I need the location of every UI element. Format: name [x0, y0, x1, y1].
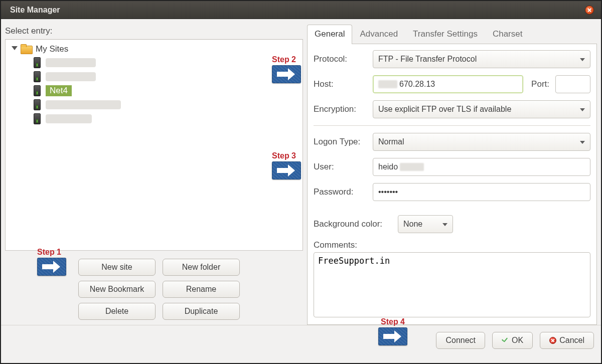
site-entry[interactable]	[6, 112, 303, 126]
server-icon	[34, 113, 41, 124]
ok-button[interactable]: OK	[492, 332, 533, 349]
new-bookmark-button[interactable]: New Bookmark	[78, 281, 156, 298]
bgcolor-label: Background color:	[314, 219, 394, 229]
delete-button[interactable]: Delete	[78, 303, 156, 320]
comments-label: Comments:	[314, 240, 590, 250]
obscured-site-name	[46, 100, 121, 109]
logon-type-select[interactable]: Normal	[373, 133, 590, 151]
protocol-label: Protocol:	[314, 54, 369, 64]
site-entry[interactable]	[6, 98, 303, 112]
chevron-down-icon	[580, 58, 585, 64]
server-icon	[34, 71, 41, 82]
select-entry-label: Select entry:	[5, 26, 303, 36]
tab-transfer[interactable]: Transfer Settings	[405, 25, 485, 44]
folder-icon	[21, 45, 32, 54]
site-tree[interactable]: My Sites Net4	[5, 39, 303, 251]
window-close-button[interactable]	[585, 6, 594, 15]
tab-charset[interactable]: Charset	[485, 25, 530, 44]
selected-site-label: Net4	[46, 85, 72, 96]
annotation-step-4: Step 4	[378, 317, 407, 345]
window-title: Site Manager	[10, 6, 585, 15]
dialog-footer: Step 4 Connect OK Cancel	[1, 325, 601, 355]
password-input[interactable]: •••••••	[373, 183, 590, 201]
server-icon	[34, 85, 41, 96]
settings-tabs: General Advanced Transfer Settings Chars…	[307, 24, 597, 44]
tab-general[interactable]: General	[307, 25, 352, 44]
user-input[interactable]: heido	[373, 158, 590, 176]
site-entry[interactable]	[6, 70, 303, 84]
general-tab-pane: Protocol: FTP - File Transfer Protocol H…	[307, 44, 597, 325]
obscured-site-name	[46, 114, 92, 123]
window-titlebar: Site Manager	[1, 1, 601, 19]
separator	[314, 125, 590, 126]
arrow-right-icon	[378, 327, 407, 345]
server-icon	[34, 57, 41, 68]
new-folder-button[interactable]: New folder	[163, 259, 240, 276]
port-input[interactable]	[555, 75, 590, 93]
user-label: User:	[314, 162, 369, 172]
site-entry[interactable]	[6, 56, 303, 70]
site-entry-selected[interactable]: Net4	[6, 84, 303, 98]
host-input[interactable]: 670.28.13	[373, 75, 523, 93]
encryption-label: Encryption:	[314, 104, 369, 114]
tree-root-row[interactable]: My Sites	[6, 43, 303, 56]
port-label: Port:	[531, 79, 549, 89]
obscured-site-name	[46, 72, 96, 81]
rename-button[interactable]: Rename	[163, 281, 240, 298]
cancel-button[interactable]: Cancel	[540, 332, 594, 349]
chevron-down-icon	[580, 141, 585, 146]
encryption-select[interactable]: Use explicit FTP over TLS if available	[373, 100, 590, 118]
duplicate-button[interactable]: Duplicate	[163, 303, 240, 320]
connect-button[interactable]: Connect	[436, 332, 485, 349]
site-action-buttons: New site New folder New Bookmark Rename …	[5, 254, 303, 325]
tree-root-label: My Sites	[36, 44, 68, 54]
protocol-select[interactable]: FTP - File Transfer Protocol	[373, 50, 590, 68]
server-icon	[34, 99, 41, 110]
comments-textarea[interactable]	[314, 252, 590, 317]
check-icon	[502, 337, 509, 344]
tab-advanced[interactable]: Advanced	[352, 25, 405, 44]
host-label: Host:	[314, 79, 369, 89]
password-label: Password:	[314, 187, 369, 197]
logon-type-label: Logon Type:	[314, 137, 369, 147]
obscured-site-name	[46, 58, 96, 67]
chevron-down-icon[interactable]	[11, 46, 18, 53]
new-site-button[interactable]: New site	[78, 259, 156, 276]
obscured-text	[378, 80, 397, 88]
bgcolor-select[interactable]: None	[398, 215, 453, 233]
chevron-down-icon	[442, 223, 447, 229]
obscured-text	[400, 163, 424, 171]
chevron-down-icon	[580, 108, 585, 114]
close-icon	[549, 337, 556, 344]
